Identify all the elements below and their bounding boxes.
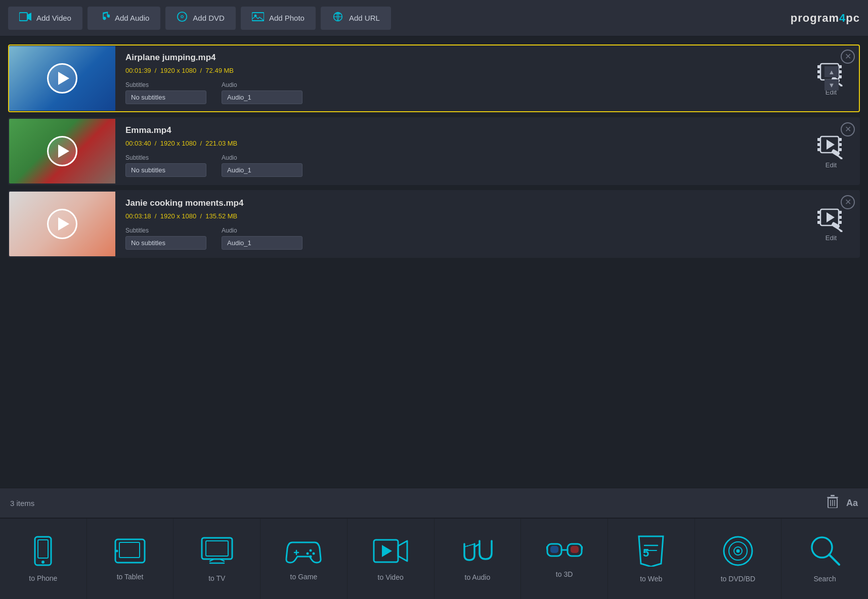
- video-icon: [19, 12, 31, 24]
- logo-accent: 4: [839, 12, 846, 24]
- subtitles-label: Subtitles: [125, 227, 206, 234]
- svg-marker-66: [382, 545, 392, 557]
- photo-icon: [252, 12, 264, 24]
- subtitles-label: Subtitles: [125, 154, 206, 161]
- nav-item-to-tv[interactable]: to TV: [173, 519, 261, 599]
- audio-label: Audio: [222, 81, 302, 88]
- video-name: Emma.mp4: [125, 125, 793, 135]
- audio-icon: [460, 537, 495, 569]
- subtitles-select[interactable]: No subtitles: [125, 90, 206, 104]
- app-logo: program4pc: [791, 12, 860, 25]
- edit-icon: [816, 207, 846, 234]
- font-size-button[interactable]: Aa: [846, 498, 858, 509]
- svg-rect-23: [839, 138, 842, 141]
- nav-label: to Phone: [29, 574, 57, 582]
- video-info: Emma.mp4 00:03:40 / 1920 x 1080 / 221.03…: [115, 118, 803, 184]
- add-video-button[interactable]: Add Video: [8, 7, 82, 30]
- video-thumbnail[interactable]: [9, 46, 115, 111]
- subtitles-control: Subtitles No subtitles: [125, 227, 206, 250]
- add-dvd-label: Add DVD: [193, 14, 225, 22]
- toolbar: Add Video Add Audio Add DVD Add Photo Ad…: [0, 0, 868, 36]
- remove-button[interactable]: ✕: [841, 195, 855, 209]
- edit-label: Edit: [826, 234, 837, 242]
- nav-item-search[interactable]: Search: [782, 519, 868, 599]
- add-url-button[interactable]: Add URL: [321, 7, 391, 30]
- video-item: Airplane jumping.mp4 00:01:39 / 1920 x 1…: [8, 44, 860, 112]
- svg-rect-75: [571, 546, 579, 553]
- nav-item-to-phone[interactable]: to Phone: [0, 519, 87, 599]
- svg-point-62: [307, 552, 309, 555]
- dvd-icon: [177, 11, 188, 25]
- audio-select[interactable]: Audio_1: [222, 236, 302, 250]
- svg-rect-13: [839, 70, 842, 73]
- audio-label: Audio: [222, 154, 302, 161]
- svg-rect-9: [817, 65, 820, 68]
- audio-select[interactable]: Audio_1: [222, 163, 302, 177]
- glasses-3d-icon: [546, 540, 583, 566]
- svg-rect-24: [839, 143, 842, 146]
- svg-marker-37: [827, 212, 835, 222]
- play-button[interactable]: [47, 63, 77, 94]
- svg-rect-48: [38, 540, 48, 558]
- tablet-icon: [114, 537, 146, 569]
- nav-label: to Audio: [465, 573, 491, 581]
- subtitles-label: Subtitles: [125, 81, 206, 88]
- video-item: Emma.mp4 00:03:40 / 1920 x 1080 / 221.03…: [8, 117, 860, 185]
- play-button[interactable]: [47, 209, 77, 239]
- svg-point-83: [736, 549, 740, 552]
- video-name: Janie cooking moments.mp4: [125, 198, 793, 208]
- add-photo-button[interactable]: Add Photo: [241, 7, 316, 30]
- svg-rect-54: [206, 541, 228, 556]
- add-photo-label: Add Photo: [269, 14, 305, 22]
- svg-marker-65: [398, 541, 407, 561]
- svg-rect-32: [817, 216, 820, 219]
- svg-rect-22: [817, 148, 820, 151]
- nav-item-to-game[interactable]: to Game: [261, 519, 348, 599]
- move-down-button[interactable]: ▼: [824, 79, 839, 90]
- remove-button[interactable]: ✕: [841, 50, 855, 64]
- svg-rect-20: [817, 138, 820, 141]
- disc-icon: [722, 535, 754, 571]
- nav-item-to-web[interactable]: 5 to Web: [608, 519, 695, 599]
- tv-icon: [200, 536, 234, 570]
- svg-rect-42: [831, 495, 835, 496]
- subtitles-control: Subtitles No subtitles: [125, 81, 206, 104]
- video-thumbnail[interactable]: [9, 192, 115, 256]
- subtitles-control: Subtitles No subtitles: [125, 154, 206, 177]
- audio-select[interactable]: Audio_1: [222, 90, 302, 104]
- svg-rect-34: [839, 211, 842, 214]
- nav-item-to-3d[interactable]: to 3D: [521, 519, 608, 599]
- svg-point-4: [182, 16, 183, 18]
- svg-rect-11: [817, 75, 820, 78]
- nav-item-to-tablet[interactable]: to Tablet: [87, 519, 174, 599]
- svg-point-49: [41, 561, 45, 564]
- svg-point-61: [313, 552, 315, 555]
- nav-label: to DVD/BD: [721, 575, 755, 583]
- nav-item-to-dvdbd[interactable]: to DVD/BD: [695, 519, 782, 599]
- delete-all-button[interactable]: [827, 495, 838, 511]
- svg-rect-36: [839, 221, 842, 224]
- subtitles-select[interactable]: No subtitles: [125, 236, 206, 250]
- svg-point-52: [116, 549, 118, 552]
- search-icon: [810, 535, 840, 571]
- audio-control: Audio Audio_1: [222, 81, 302, 104]
- video-meta: 00:01:39 / 1920 x 1080 / 72.49 MB: [125, 67, 793, 74]
- html5-icon: 5: [638, 535, 664, 571]
- nav-item-to-video[interactable]: to Video: [348, 519, 435, 599]
- nav-item-to-audio[interactable]: to Audio: [435, 519, 522, 599]
- video-thumbnail[interactable]: [9, 119, 115, 183]
- video-controls: Subtitles No subtitles Audio Audio_1: [125, 81, 793, 104]
- add-dvd-button[interactable]: Add DVD: [165, 7, 236, 30]
- video-item: Janie cooking moments.mp4 00:03:18 / 192…: [8, 190, 860, 258]
- svg-rect-31: [817, 211, 820, 214]
- svg-rect-21: [817, 143, 820, 146]
- svg-rect-51: [119, 542, 140, 558]
- remove-button[interactable]: ✕: [841, 122, 855, 136]
- move-up-button[interactable]: ▲: [824, 66, 839, 77]
- nav-label: to Game: [290, 573, 318, 581]
- subtitles-select[interactable]: No subtitles: [125, 163, 206, 177]
- add-audio-button[interactable]: Add Audio: [88, 7, 160, 30]
- add-url-label: Add URL: [349, 14, 380, 22]
- play-button[interactable]: [47, 136, 77, 166]
- bottom-nav: to Phone to Tablet to TV: [0, 518, 868, 599]
